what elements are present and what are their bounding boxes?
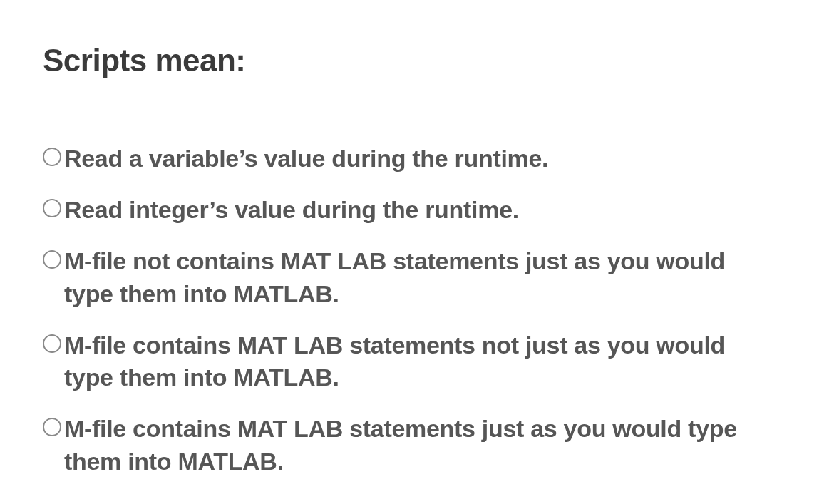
options-list: Read a variable’s value during the runti…: [43, 143, 791, 478]
option-label: M-file not contains MAT LAB statements j…: [64, 245, 777, 311]
radio-icon[interactable]: [43, 418, 61, 436]
option-label: Read a variable’s value during the runti…: [64, 143, 548, 175]
radio-icon[interactable]: [43, 334, 61, 353]
option-row[interactable]: Read a variable’s value during the runti…: [43, 143, 791, 175]
option-label: M-file contains MAT LAB statements just …: [64, 413, 777, 478]
question-title: Scripts mean:: [43, 43, 791, 78]
option-label: M-file contains MAT LAB statements not j…: [64, 329, 777, 395]
radio-icon[interactable]: [43, 250, 61, 269]
option-row[interactable]: M-file not contains MAT LAB statements j…: [43, 245, 791, 311]
option-row[interactable]: M-file contains MAT LAB statements not j…: [43, 329, 791, 395]
radio-icon[interactable]: [43, 148, 61, 166]
radio-icon[interactable]: [43, 199, 61, 217]
option-row[interactable]: Read integer’s value during the runtime.: [43, 194, 791, 227]
option-row[interactable]: M-file contains MAT LAB statements just …: [43, 413, 791, 478]
option-label: Read integer’s value during the runtime.: [64, 194, 519, 227]
